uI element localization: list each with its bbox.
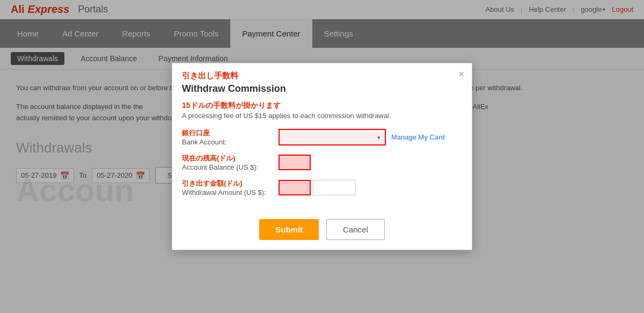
withdrawal-white-input[interactable]: [313, 180, 356, 195]
bank-control-area: Manage My Card: [279, 129, 445, 145]
bank-label-group: 銀行口座 Bank Account:: [182, 128, 279, 146]
modal-close-button[interactable]: ×: [458, 69, 464, 80]
modal-overlay: 引き出し手数料 Withdraw Commission × 15ドルの手数料が掛…: [0, 0, 644, 285]
bank-label-en: Bank Account:: [182, 138, 279, 146]
withdrawal-label-group: 引き出す金額(ドル) Withdrawal Amount (US $):: [182, 179, 279, 196]
withdrawal-inputs: [279, 180, 356, 195]
modal-cancel-button[interactable]: Cancel: [326, 219, 385, 240]
balance-row: 現在の残高(ドル) Account Balance (US $):: [182, 154, 462, 171]
manage-card-link[interactable]: Manage My Card: [391, 133, 445, 141]
modal-header: 引き出し手数料 Withdraw Commission ×: [172, 63, 472, 94]
modal-submit-button[interactable]: Submit: [259, 219, 319, 240]
bank-select-wrapper[interactable]: [279, 129, 386, 145]
modal-footer: Submit Cancel: [172, 214, 472, 250]
balance-control-area: [279, 155, 311, 170]
bank-account-row: 銀行口座 Bank Account: Manage My Card: [182, 128, 462, 146]
modal-subtitle-jp: 15ドルの手数料が掛かります: [182, 101, 462, 111]
modal-body: 15ドルの手数料が掛かります A processing fee of US $1…: [172, 101, 472, 214]
withdraw-modal: 引き出し手数料 Withdraw Commission × 15ドルの手数料が掛…: [172, 63, 472, 250]
modal-subtitle-en: A processing fee of US $15 applies to ea…: [182, 112, 462, 120]
withdrawal-row: 引き出す金額(ドル) Withdrawal Amount (US $):: [182, 179, 462, 196]
bank-select[interactable]: [279, 129, 386, 145]
balance-label-en: Account Balance (US $):: [182, 163, 279, 171]
withdrawal-red-input[interactable]: [279, 180, 311, 195]
balance-label-group: 現在の残高(ドル) Account Balance (US $):: [182, 154, 279, 171]
modal-japanese-title: 引き出し手数料: [182, 71, 462, 81]
balance-input[interactable]: [279, 155, 311, 170]
withdrawal-control-area: [279, 180, 356, 195]
withdrawal-label-en: Withdrawal Amount (US $):: [182, 188, 279, 196]
bank-label-jp: 銀行口座: [182, 128, 279, 138]
modal-title: Withdraw Commission: [182, 83, 462, 94]
balance-label-jp: 現在の残高(ドル): [182, 154, 279, 163]
withdrawal-label-jp: 引き出す金額(ドル): [182, 179, 279, 188]
